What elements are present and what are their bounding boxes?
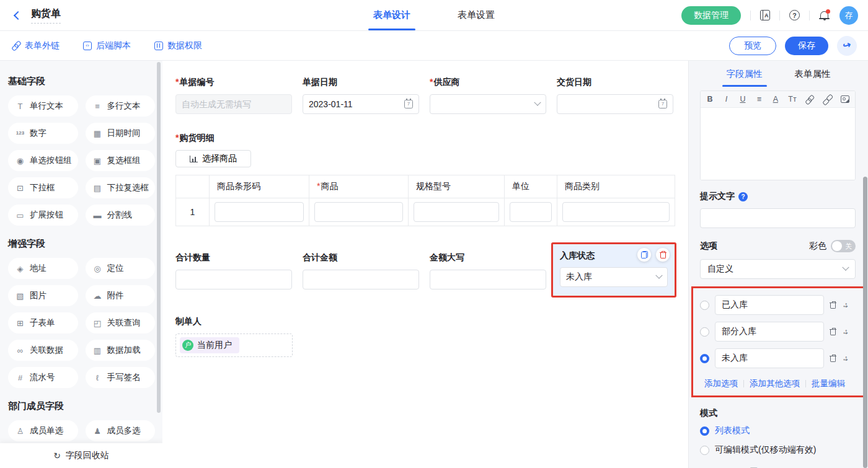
field-pill[interactable]: ▣复选框组 <box>86 150 156 171</box>
field-amount-in-words[interactable]: 金额大写 <box>430 252 546 289</box>
move-option-icon[interactable]: ↔↕ <box>842 354 851 363</box>
table-cell-input[interactable] <box>314 202 403 222</box>
batch-edit-link[interactable]: 批量编辑 <box>812 378 845 389</box>
field-pill[interactable]: T单行文本 <box>8 95 78 117</box>
delivery-date-input[interactable] <box>557 94 673 114</box>
field-pill[interactable]: ▥数据加载 <box>86 340 156 361</box>
move-option-icon[interactable]: ↔↕ <box>842 301 851 310</box>
user-avatar[interactable]: 存 <box>839 6 858 25</box>
order-number-input[interactable] <box>175 94 292 114</box>
table-cell-input[interactable] <box>510 202 552 222</box>
panel-scrollbar[interactable] <box>863 177 867 468</box>
field-total-amount[interactable]: 合计金额 <box>303 252 419 289</box>
total-amount-input[interactable] <box>303 270 419 289</box>
field-pill[interactable]: ◎定位 <box>86 258 156 279</box>
backend-script-link[interactable]: ‹›后端脚本 <box>83 40 131 51</box>
form-title[interactable]: 购货单 <box>31 7 61 24</box>
unlink-icon[interactable] <box>823 95 832 104</box>
field-pill[interactable]: ∞关联数据 <box>8 340 78 361</box>
delete-option-icon[interactable] <box>830 355 836 362</box>
mode-radio[interactable] <box>700 446 709 455</box>
field-recycle-bin[interactable]: ↻ 字段回收站 <box>0 443 162 468</box>
data-permission-link[interactable]: 数据权限 <box>154 40 202 51</box>
hint-text-input[interactable] <box>700 208 856 228</box>
option-source-select[interactable]: 自定义 <box>700 259 856 279</box>
address-book-icon[interactable] <box>760 10 770 20</box>
italic-icon[interactable]: I <box>722 95 730 104</box>
tab-field-properties[interactable]: 字段属性 <box>727 61 763 87</box>
option-radio[interactable] <box>700 301 709 310</box>
share-button[interactable]: ↪ <box>837 36 857 56</box>
field-pill[interactable]: ▦日期时间 <box>86 123 156 144</box>
form-external-link[interactable]: 表单外链 <box>11 40 60 51</box>
tab-form-design[interactable]: 表单设计 <box>373 0 410 30</box>
field-pill[interactable]: ◰关联查询 <box>86 312 156 333</box>
field-pill[interactable]: 123数字 <box>8 123 78 144</box>
field-title-editor-area[interactable] <box>701 108 855 180</box>
field-total-quantity[interactable]: 合计数量 <box>175 252 292 289</box>
total-quantity-input[interactable] <box>175 270 292 289</box>
image-icon[interactable] <box>841 95 849 103</box>
field-order-number[interactable]: 单据编号 <box>175 77 292 114</box>
field-delivery-date[interactable]: 交货日期 <box>557 77 673 114</box>
preview-button[interactable]: 预览 <box>729 37 776 55</box>
field-pill[interactable]: ▤下拉复选框 <box>86 177 156 198</box>
back-icon[interactable] <box>14 11 22 19</box>
tab-form-properties[interactable]: 表单属性 <box>795 61 831 87</box>
notification-bell-icon[interactable] <box>819 10 830 20</box>
form-designer-app: 购货单 表单设计 表单设置 数据管理 ? 存 表单外链 ‹›后端脚本 数据权限 … <box>0 0 868 468</box>
field-pill[interactable]: ⊡下拉框 <box>8 177 78 198</box>
field-pill[interactable]: ♟成员多选 <box>86 420 156 441</box>
field-pill[interactable]: ♙成员单选 <box>8 420 78 441</box>
storage-status-select[interactable]: 未入库 <box>560 267 668 287</box>
underline-icon[interactable]: U <box>739 95 746 104</box>
option-text-input[interactable] <box>715 322 824 342</box>
field-pill[interactable]: #流水号 <box>8 367 78 388</box>
field-order-date[interactable]: 单据日期 2023-01-11 <box>303 77 419 114</box>
bold-icon[interactable]: B <box>706 95 714 104</box>
option-text-input[interactable] <box>715 348 824 368</box>
option-radio[interactable] <box>700 354 709 363</box>
link-icon[interactable] <box>805 95 814 104</box>
table-cell-input[interactable] <box>215 202 304 222</box>
field-supplier[interactable]: 供应商 <box>430 77 546 114</box>
table-cell-input[interactable] <box>562 202 670 222</box>
choose-product-button[interactable]: 选择商品 <box>175 150 251 167</box>
copy-field-button[interactable] <box>637 248 651 262</box>
sidebar-scrollbar[interactable] <box>157 62 161 413</box>
field-maker[interactable]: 制单人 户 当前用户 <box>175 316 676 357</box>
option-radio[interactable] <box>700 327 709 337</box>
supplier-select[interactable] <box>430 94 546 114</box>
save-button[interactable]: 保存 <box>785 37 828 55</box>
mode-radio[interactable] <box>700 426 709 436</box>
help-icon[interactable]: ? <box>789 10 800 20</box>
field-pill[interactable]: ℓ手写签名 <box>86 367 156 388</box>
field-pill[interactable]: ⊞子表单 <box>8 312 78 333</box>
amount-in-words-input[interactable] <box>430 270 546 289</box>
delete-option-icon[interactable] <box>830 301 836 309</box>
delete-field-button[interactable] <box>656 248 670 262</box>
field-pill[interactable]: ▬分割线 <box>86 205 156 226</box>
help-icon[interactable]: ? <box>738 192 748 201</box>
field-pill[interactable]: ◈地址 <box>8 258 78 279</box>
align-icon[interactable]: ≡ <box>755 95 763 104</box>
order-date-input[interactable]: 2023-01-11 <box>303 94 419 114</box>
delete-option-icon[interactable] <box>830 328 836 335</box>
table-cell-input[interactable] <box>414 202 499 222</box>
tab-form-settings[interactable]: 表单设置 <box>458 0 495 30</box>
field-pill[interactable]: ▭扩展按钮 <box>8 205 78 226</box>
field-pill[interactable]: ▧图片 <box>8 285 78 306</box>
selected-field-storage-status[interactable]: 入库状态 未入库 <box>551 242 676 298</box>
field-pill[interactable]: ≡多行文本 <box>86 95 156 117</box>
color-toggle[interactable]: 关 <box>831 240 856 252</box>
font-size-icon[interactable]: Tᴛ <box>788 95 796 104</box>
field-pill[interactable]: ◉单选按钮组 <box>8 150 78 171</box>
maker-input[interactable]: 户 当前用户 <box>175 333 293 357</box>
move-option-icon[interactable]: ↔↕ <box>842 327 851 337</box>
field-pill[interactable]: ☁附件 <box>86 285 156 306</box>
data-manage-button[interactable]: 数据管理 <box>681 6 741 25</box>
font-color-icon[interactable]: A <box>772 95 779 104</box>
add-option-link[interactable]: 添加选项 <box>704 378 738 389</box>
option-text-input[interactable] <box>715 295 824 315</box>
add-other-option-link[interactable]: 添加其他选项 <box>750 378 800 389</box>
